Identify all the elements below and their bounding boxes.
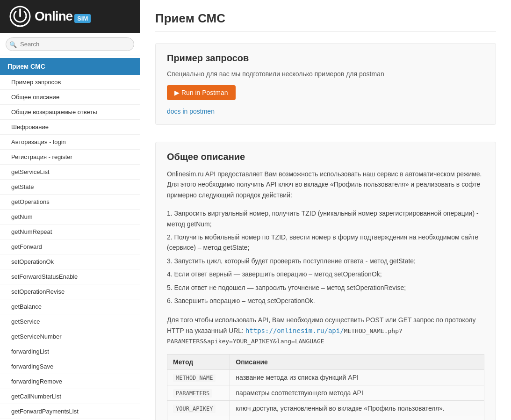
sidebar: OnlineSIM 🔍 Прием СМС Пример запросовОбщ… [0,0,140,420]
docs-in-postman-link[interactable]: docs in postmen [167,108,484,115]
step-item: 5. Если ответ не подошел — запросить уто… [167,281,484,294]
step-item: 4. Если ответ верный — завершить операци… [167,268,484,281]
param-name: METHOD_NAME [173,374,216,382]
sidebar-item[interactable]: getCallNumberList [0,389,140,404]
col-method: Метод [167,355,230,370]
sidebar-item[interactable]: Общее описание [0,90,140,105]
sidebar-item[interactable]: forwardingRemove [0,374,140,389]
param-desc-cell: ключ доступа, установленный во вкладке «… [230,401,484,416]
sidebar-item[interactable]: forwardingSave [0,359,140,374]
sidebar-item[interactable]: getNum [0,210,140,224]
param-name-cell: PARAMETERS [167,385,230,401]
section2-intro: Onlinesim.ru API предоставляет Вам возмо… [167,169,484,200]
search-area: 🔍 [0,33,140,56]
param-desc-cell: язык, не обязательный параметр. "en" - E… [230,416,484,420]
param-name-cell: YOUR_APIKEY [167,401,230,416]
api-url-link-part: https://onlinesim.ru/api/ [245,327,344,334]
api-url-text: Для того чтобы использовать API, Вам нео… [167,315,484,347]
section1-description: Специально для вас мы подготовили нескол… [167,70,484,78]
sidebar-item[interactable]: forwardingList [0,344,140,359]
sidebar-item[interactable]: Общие возвращаемые ответы [0,105,140,120]
step-item: 1. Запросить виртуальный номер, получить… [167,207,484,231]
nav-list: Прием СМС Пример запросовОбщее описаниеО… [0,56,140,420]
sidebar-item[interactable]: getServiceNumber [0,329,140,344]
params-tbody: METHOD_NAME название метода из списка фу… [167,370,484,420]
run-in-postman-button[interactable]: ▶ Run in Postman [167,85,236,100]
section1-title: Пример запросов [167,53,484,64]
param-desc-cell: параметры соответствующего метода API [230,385,484,401]
sidebar-item[interactable]: Пример запросов [0,75,140,90]
sidebar-item[interactable]: setOperationRevise [0,284,140,299]
logo-sim-badge: SIM [74,14,91,23]
logo-area: OnlineSIM [0,0,140,33]
search-icon: 🔍 [9,41,17,48]
sidebar-item[interactable]: Регистрация - register [0,150,140,165]
table-row: LANGUAGE язык, не обязательный параметр.… [167,416,484,420]
nav-header[interactable]: Прием СМС [0,58,140,75]
step-item: 3. Запустить цикл, который будет проверя… [167,254,484,268]
sidebar-item[interactable]: getNumRepeat [0,224,140,239]
param-name: YOUR_APIKEY [173,405,216,413]
section2-title: Общее описание [167,152,484,162]
table-row: METHOD_NAME название метода из списка фу… [167,370,484,385]
table-row: PARAMETERS параметры соответствующего ме… [167,385,484,401]
section-general-description: Общее описание Onlinesim.ru API предоста… [155,142,496,420]
sidebar-item[interactable]: getServiceList [0,165,140,180]
sidebar-item[interactable]: setForwardStatusEnable [0,269,140,284]
sidebar-item[interactable]: Шифрование [0,120,140,135]
step-item: 2. Получить мобильный номер по TZID, вве… [167,231,484,254]
step-item: 6. Завершить операцию – метод setOperati… [167,294,484,307]
logo-online: Online [35,9,72,23]
sidebar-item[interactable]: Авторизация - login [0,135,140,150]
api-url-link[interactable]: https://onlinesim.ru/api/ [245,327,344,334]
logo-text: OnlineSIM [35,9,91,24]
param-name: PARAMETERS [173,389,212,398]
sidebar-item[interactable]: getForward [0,239,140,254]
section-example-requests: Пример запросов Специально для вас мы по… [155,43,496,125]
param-desc-cell: название метода из списка функций API [230,370,484,385]
page-title: Прием СМС [155,11,496,32]
main-content: Прием СМС Пример запросов Специально для… [140,0,511,420]
sidebar-item[interactable]: getState [0,180,140,195]
param-name-cell: METHOD_NAME [167,370,230,385]
sidebar-item[interactable]: getService [0,314,140,329]
col-description: Описание [230,355,484,370]
params-table: Метод Описание METHOD_NAME название мето… [167,354,484,420]
param-name-cell: LANGUAGE [167,416,230,420]
steps-list: 1. Запросить виртуальный номер, получить… [167,207,484,307]
table-row: YOUR_APIKEY ключ доступа, установленный … [167,401,484,416]
sidebar-item[interactable]: setOperationOk [0,254,140,269]
search-input[interactable] [6,37,134,51]
sidebar-item[interactable]: getForwardPaymentsList [0,404,140,419]
sidebar-item[interactable]: getBalance [0,299,140,314]
sidebar-item[interactable]: getOperations [0,195,140,210]
logo-icon [9,6,31,27]
